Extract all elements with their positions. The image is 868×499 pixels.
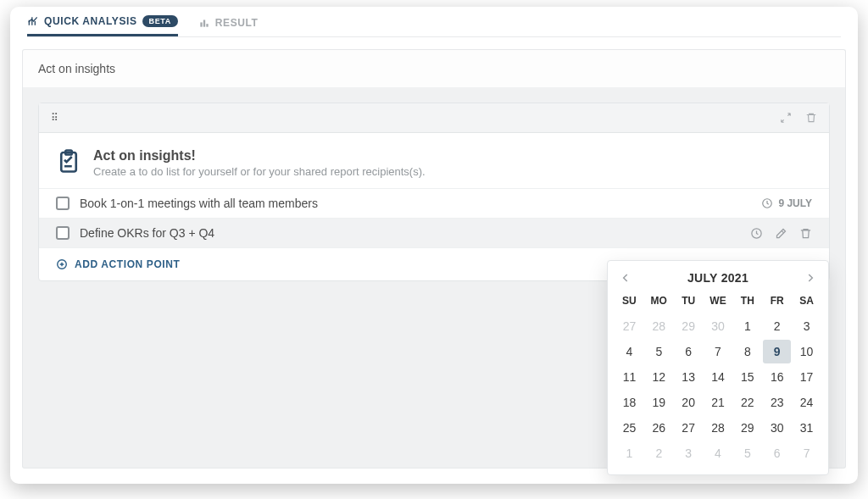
- result-icon: [198, 17, 210, 29]
- svg-rect-2: [206, 24, 208, 27]
- calendar-day[interactable]: 10: [793, 340, 821, 363]
- calendar-day[interactable]: 7: [793, 441, 821, 465]
- calendar-day[interactable]: 8: [733, 340, 761, 363]
- calendar-grid: SUMOTUWETHFRSA27282930123456789101112131…: [615, 291, 821, 466]
- action-label: Book 1-on-1 meetings with all team membe…: [80, 197, 318, 210]
- calendar-day[interactable]: 3: [675, 441, 703, 465]
- calendar-day[interactable]: 4: [615, 340, 643, 363]
- next-month-icon[interactable]: [804, 272, 816, 284]
- plus-circle-icon: [56, 258, 68, 270]
- add-action-label: ADD ACTION POINT: [75, 258, 181, 270]
- tab-label: RESULT: [215, 17, 259, 29]
- action-row[interactable]: Book 1-on-1 meetings with all team membe…: [39, 188, 829, 218]
- checkbox[interactable]: [56, 197, 70, 210]
- calendar-day[interactable]: 6: [675, 340, 703, 363]
- calendar-day[interactable]: 21: [704, 391, 732, 414]
- calendar-day[interactable]: 5: [645, 340, 673, 363]
- section-title: Act on insights: [38, 62, 115, 75]
- analysis-icon: [27, 15, 39, 27]
- datepicker: JULY 2021 SUMOTUWETHFRSA2728293012345678…: [607, 260, 829, 475]
- section-body: ⠿ Act on insights! Create a to do list f…: [22, 87, 846, 469]
- calendar-day[interactable]: 27: [615, 314, 643, 338]
- insights-card: ⠿ Act on insights! Create a to do list f…: [38, 103, 830, 281]
- card-intro: Act on insights! Create a to do list for…: [39, 133, 829, 188]
- action-list: Book 1-on-1 meetings with all team membe…: [39, 188, 829, 247]
- due-date[interactable]: 9 JULY: [761, 197, 812, 209]
- dow-header: SU: [615, 291, 644, 313]
- tabs-divider: [27, 36, 841, 37]
- calendar-day[interactable]: 31: [793, 416, 821, 440]
- calendar-day[interactable]: 2: [645, 441, 673, 465]
- dow-header: SA: [792, 291, 821, 313]
- calendar-day[interactable]: 4: [704, 441, 732, 465]
- calendar-day[interactable]: 25: [615, 416, 643, 440]
- calendar-day[interactable]: 1: [733, 314, 761, 338]
- app-window: QUICK ANALYSIS BETA RESULT Act on insigh…: [10, 7, 858, 484]
- action-label: Define OKRs for Q3 + Q4: [80, 226, 214, 240]
- calendar-day[interactable]: 13: [675, 365, 703, 389]
- tab-result[interactable]: RESULT: [198, 17, 259, 36]
- card-header: ⠿: [39, 103, 829, 133]
- calendar-day[interactable]: 29: [733, 416, 761, 440]
- clipboard-icon: [56, 148, 81, 174]
- intro-title: Act on insights!: [93, 148, 426, 164]
- calendar-day[interactable]: 23: [763, 391, 791, 414]
- calendar-day[interactable]: 28: [645, 314, 673, 338]
- clock-icon[interactable]: [750, 227, 763, 240]
- trash-icon[interactable]: [799, 227, 812, 240]
- calendar-day[interactable]: 24: [793, 391, 821, 414]
- datepicker-title: JULY 2021: [687, 271, 748, 285]
- calendar-day[interactable]: 9: [763, 340, 791, 363]
- trash-icon[interactable]: [805, 112, 817, 124]
- calendar-day[interactable]: 18: [615, 391, 643, 414]
- tab-label: QUICK ANALYSIS: [44, 15, 137, 27]
- calendar-day[interactable]: 27: [675, 416, 703, 440]
- calendar-day[interactable]: 16: [763, 365, 791, 389]
- expand-icon[interactable]: [780, 112, 792, 124]
- calendar-day[interactable]: 30: [704, 314, 732, 338]
- dow-header: TU: [674, 291, 704, 313]
- clock-icon: [761, 197, 773, 209]
- checkbox[interactable]: [56, 226, 70, 240]
- dow-header: WE: [704, 291, 733, 313]
- svg-rect-0: [200, 22, 202, 26]
- calendar-day[interactable]: 20: [675, 391, 703, 414]
- calendar-day[interactable]: 19: [645, 391, 673, 414]
- drag-handle-icon[interactable]: ⠿: [51, 112, 58, 124]
- dow-header: MO: [644, 291, 674, 313]
- calendar-day[interactable]: 7: [704, 340, 732, 363]
- calendar-day[interactable]: 22: [733, 391, 761, 414]
- edit-icon[interactable]: [775, 227, 787, 240]
- calendar-day[interactable]: 12: [645, 365, 673, 389]
- calendar-day[interactable]: 2: [763, 314, 791, 338]
- calendar-day[interactable]: 11: [615, 365, 643, 389]
- dow-header: FR: [762, 291, 792, 313]
- calendar-day[interactable]: 15: [733, 365, 761, 389]
- calendar-day[interactable]: 30: [763, 416, 791, 440]
- section-header: Act on insights: [22, 49, 846, 87]
- calendar-day[interactable]: 3: [793, 314, 821, 338]
- calendar-day[interactable]: 14: [704, 365, 732, 389]
- intro-subtitle: Create a to do list for yourself or for …: [93, 165, 426, 178]
- calendar-day[interactable]: 28: [704, 416, 732, 440]
- beta-badge: BETA: [142, 15, 178, 27]
- svg-rect-1: [203, 19, 205, 26]
- dow-header: TH: [732, 291, 762, 313]
- calendar-day[interactable]: 6: [763, 441, 791, 465]
- tab-quick-analysis[interactable]: QUICK ANALYSIS BETA: [27, 15, 178, 36]
- top-tabs: QUICK ANALYSIS BETA RESULT: [10, 7, 858, 36]
- calendar-day[interactable]: 17: [793, 365, 821, 389]
- calendar-day[interactable]: 1: [615, 441, 643, 465]
- calendar-day[interactable]: 5: [733, 441, 761, 465]
- calendar-day[interactable]: 26: [645, 416, 673, 440]
- prev-month-icon[interactable]: [620, 272, 632, 284]
- calendar-day[interactable]: 29: [675, 314, 703, 338]
- action-row[interactable]: Define OKRs for Q3 + Q4: [39, 218, 829, 247]
